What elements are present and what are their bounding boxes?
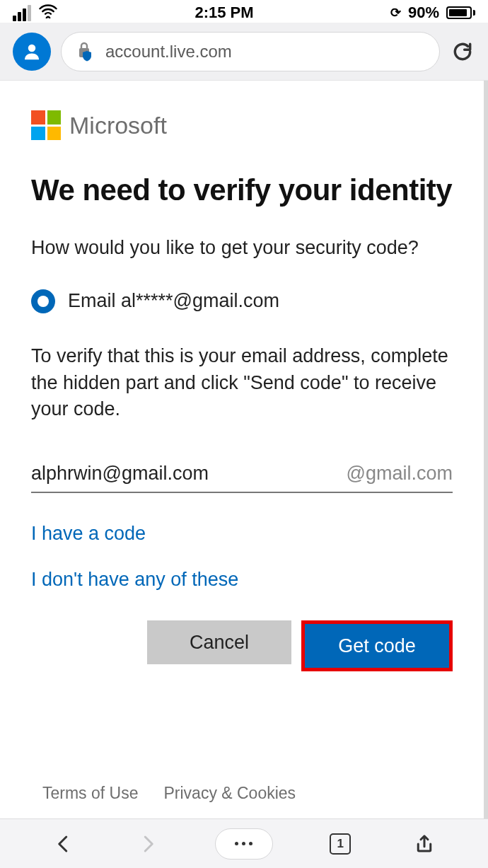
forward-button[interactable] xyxy=(131,827,165,861)
browser-top-bar: account.live.com xyxy=(0,23,488,81)
verification-option-label: Email al*****@gmail.com xyxy=(68,290,279,312)
status-bar: 2:15 PM ⟳ 90% xyxy=(0,0,488,23)
cancel-button[interactable]: Cancel xyxy=(147,620,291,664)
menu-button[interactable] xyxy=(215,828,273,860)
link-terms[interactable]: Terms of Use xyxy=(42,784,138,803)
tabs-button[interactable]: 1 xyxy=(323,827,357,861)
email-input-row[interactable]: @gmail.com xyxy=(31,463,453,493)
link-have-code[interactable]: I have a code xyxy=(31,523,453,545)
site-security-icon xyxy=(77,41,95,62)
svg-point-0 xyxy=(28,44,36,52)
status-time: 2:15 PM xyxy=(194,4,253,22)
link-privacy[interactable]: Privacy & Cookies xyxy=(163,784,296,803)
tab-count: 1 xyxy=(337,837,343,851)
share-button[interactable] xyxy=(407,827,441,861)
page-title: We need to verify your identity xyxy=(31,173,453,208)
page-subhead: How would you like to get your security … xyxy=(31,235,453,260)
battery-icon xyxy=(446,6,475,19)
radio-selected-icon[interactable] xyxy=(31,289,55,313)
action-buttons: Cancel Get code xyxy=(31,620,453,671)
email-domain-suffix: @gmail.com xyxy=(347,463,453,485)
rotation-lock-icon: ⟳ xyxy=(390,5,401,21)
battery-percentage: 90% xyxy=(408,4,439,22)
cellular-signal-icon xyxy=(13,5,31,21)
reload-button[interactable] xyxy=(450,39,475,64)
verification-instruction: To verify that this is your email addres… xyxy=(31,343,453,423)
profile-avatar[interactable] xyxy=(13,33,51,71)
microsoft-brand: Microsoft xyxy=(31,110,453,140)
page-content: Microsoft We need to verify your identit… xyxy=(0,81,488,768)
microsoft-logo-icon xyxy=(31,110,61,140)
microsoft-wordmark: Microsoft xyxy=(69,112,167,139)
wifi-icon xyxy=(38,3,58,23)
annotation-highlight: Get code xyxy=(301,620,453,671)
email-field[interactable] xyxy=(31,463,347,485)
browser-bottom-bar: 1 xyxy=(0,818,488,868)
back-button[interactable] xyxy=(47,827,81,861)
verification-option-email[interactable]: Email al*****@gmail.com xyxy=(31,289,453,313)
link-dont-have-any[interactable]: I don't have any of these xyxy=(31,569,453,591)
url-text: account.live.com xyxy=(105,42,232,62)
legal-footer: Terms of Use Privacy & Cookies xyxy=(0,768,488,818)
address-bar[interactable]: account.live.com xyxy=(61,32,440,71)
get-code-button[interactable]: Get code xyxy=(305,624,449,668)
